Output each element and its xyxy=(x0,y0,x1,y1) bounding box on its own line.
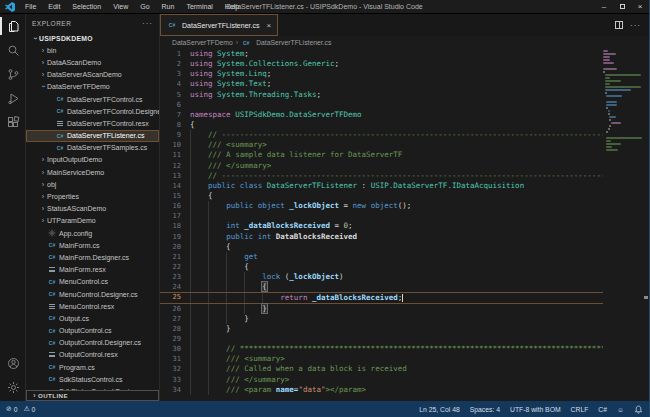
settings-icon[interactable] xyxy=(0,375,26,399)
extensions-icon[interactable] xyxy=(0,110,26,134)
line-number[interactable]: 34 xyxy=(160,385,190,395)
menu-view[interactable]: View xyxy=(108,3,133,10)
code-line[interactable]: 27 } xyxy=(160,314,649,324)
code-line[interactable]: 14 public class DataServerTFListener : U… xyxy=(160,181,649,191)
menu-go[interactable]: Go xyxy=(135,3,154,10)
explorer-item-usipsdkdemo[interactable]: ›USIPSDKDEMO xyxy=(26,32,159,44)
code-line[interactable]: 2using System.Collections.Generic; xyxy=(160,59,649,69)
line-number[interactable]: 8 xyxy=(160,120,190,130)
code-line[interactable]: 7namespace USIPSdkDemo.DataServerTFDemo xyxy=(160,110,649,120)
minimize-button[interactable]: – xyxy=(595,0,613,14)
explorer-item-mainform-resx[interactable]: MainForm.resx xyxy=(26,264,159,276)
code-line[interactable]: 33 /// </summary> xyxy=(160,375,649,385)
explorer-more-actions-button[interactable]: ··· xyxy=(142,19,153,28)
code-line[interactable]: 30 // **********************************… xyxy=(160,344,649,354)
explorer-item-outputcontrol-resx[interactable]: OutputControl.resx xyxy=(26,349,159,361)
code-line[interactable]: 18 int _dataBlocksReceived = 0; xyxy=(160,221,649,231)
menu-run[interactable]: Run xyxy=(157,3,180,10)
menu-file[interactable]: File xyxy=(20,3,41,10)
explorer-item-dataascandemo[interactable]: ›DataAScanDemo xyxy=(26,56,159,68)
status-cursor-position[interactable]: Ln 25, Col 48 xyxy=(419,406,459,413)
status-indentation[interactable]: Spaces: 4 xyxy=(470,406,500,413)
code-line[interactable]: 22 { xyxy=(160,262,649,272)
code-line[interactable]: 16 public object _lockObject = new objec… xyxy=(160,201,649,211)
line-number[interactable]: 9 xyxy=(160,130,190,140)
line-number[interactable]: 16 xyxy=(160,201,190,211)
line-number[interactable]: 33 xyxy=(160,375,190,385)
code-line[interactable]: 25 return _dataBlocksReceived; xyxy=(160,292,649,303)
explorer-item-menucontrol-cs[interactable]: C#MenuControl.cs xyxy=(26,276,159,288)
run-debug-icon[interactable] xyxy=(0,86,26,110)
code-line[interactable]: 31 /// <summary> xyxy=(160,354,649,364)
line-number[interactable]: 14 xyxy=(160,181,190,191)
line-number[interactable]: 7 xyxy=(160,110,190,120)
source-control-icon[interactable] xyxy=(0,62,26,86)
code-line[interactable]: 11 /// A sample data listener for DataSe… xyxy=(160,150,649,160)
code-line[interactable]: 21 get xyxy=(160,252,649,262)
line-number[interactable]: 11 xyxy=(160,150,190,160)
code-line[interactable]: 15 { xyxy=(160,191,649,201)
explorer-item-app-config[interactable]: App.config xyxy=(26,227,159,239)
outline-section-header[interactable]: › OUTLINE xyxy=(26,390,159,401)
code-line[interactable]: 24 { xyxy=(160,282,649,292)
explorer-item-dataservertfcontrol-cs[interactable]: C#DataServerTFControl.cs xyxy=(26,93,159,105)
line-number[interactable]: 10 xyxy=(160,140,190,150)
code-line[interactable]: 9 // -----------------------------------… xyxy=(160,130,649,140)
line-number[interactable]: 32 xyxy=(160,364,190,374)
line-number[interactable]: 1 xyxy=(160,49,190,59)
tab-dataservertflistener[interactable]: C# DataServerTFListener.cs × xyxy=(160,14,278,36)
explorer-item-dataserverascandemo[interactable]: ›DataServerAScanDemo xyxy=(26,69,159,81)
code-line[interactable]: 28 } xyxy=(160,324,649,334)
code-line[interactable]: 5using System.Threading.Tasks; xyxy=(160,90,649,100)
explorer-item-outputcontrol-designer-cs[interactable]: C#OutputControl.Designer.cs xyxy=(26,337,159,349)
status-eol[interactable]: CRLF xyxy=(571,406,589,413)
menu-selection[interactable]: Selection xyxy=(67,3,106,10)
code-line[interactable]: 17 xyxy=(160,211,649,221)
explorer-item-outputcontrol-cs[interactable]: C#OutputControl.cs xyxy=(26,325,159,337)
split-editor-icon[interactable] xyxy=(615,21,623,29)
explorer-item-obj[interactable]: ›obj xyxy=(26,178,159,190)
code-line[interactable]: 23 lock (_lockObject) xyxy=(160,272,649,282)
line-number[interactable]: 6 xyxy=(160,100,190,110)
line-number[interactable]: 15 xyxy=(160,191,190,201)
explorer-item-mainform-cs[interactable]: C#MainForm.cs xyxy=(26,239,159,251)
code-editor[interactable]: 1using System;2using System.Collections.… xyxy=(160,49,649,401)
line-number[interactable]: 26 xyxy=(160,304,190,314)
code-line[interactable]: 3using System.Linq; xyxy=(160,69,649,79)
notifications-bell-icon[interactable] xyxy=(634,405,643,414)
explorer-item-utparamdemo[interactable]: ›UTParamDemo xyxy=(26,215,159,227)
line-number[interactable]: 17 xyxy=(160,211,190,221)
line-number[interactable]: 2 xyxy=(160,59,190,69)
line-number[interactable]: 19 xyxy=(160,232,190,242)
explorer-item-output-cs[interactable]: C#Output.cs xyxy=(26,312,159,324)
feedback-smiley-icon[interactable]: ☺ xyxy=(617,406,624,413)
line-number[interactable]: 30 xyxy=(160,344,190,354)
status-encoding[interactable]: UTF-8 with BOM xyxy=(510,406,561,413)
explorer-icon[interactable] xyxy=(0,14,26,38)
close-button[interactable]: × xyxy=(631,0,649,14)
code-line[interactable]: 4using System.Text; xyxy=(160,79,649,89)
line-number[interactable]: 21 xyxy=(160,252,190,262)
explorer-item-mainservicedemo[interactable]: ›MainServiceDemo xyxy=(26,166,159,178)
problems-status[interactable]: ⊘0 ⚠0 xyxy=(6,405,35,413)
minimap[interactable] xyxy=(603,49,643,401)
code-line[interactable]: 13 // ----------------------------------… xyxy=(160,171,649,181)
code-line[interactable]: 34 /// <param name="data"></param> xyxy=(160,385,649,395)
line-number[interactable]: 3 xyxy=(160,69,190,79)
line-number[interactable]: 13 xyxy=(160,171,190,181)
menu-help[interactable]: Help xyxy=(220,3,244,10)
line-number[interactable]: 20 xyxy=(160,242,190,252)
explorer-item-bin[interactable]: ›bin xyxy=(26,44,159,56)
accounts-icon[interactable] xyxy=(0,351,26,375)
line-number[interactable]: 4 xyxy=(160,79,190,89)
search-icon[interactable] xyxy=(0,38,26,62)
line-number[interactable]: 24 xyxy=(160,282,190,292)
line-number[interactable]: 22 xyxy=(160,262,190,272)
overview-ruler[interactable] xyxy=(643,49,649,401)
code-line[interactable]: 10 /// <summary> xyxy=(160,140,649,150)
line-number[interactable]: 18 xyxy=(160,221,190,231)
status-language-mode[interactable]: C# xyxy=(598,406,607,413)
explorer-item-dataservertflistener-cs[interactable]: C#DataServerTFListener.cs xyxy=(26,130,159,142)
code-line[interactable]: 1using System; xyxy=(160,49,649,59)
tab-close-icon[interactable]: × xyxy=(266,21,271,30)
